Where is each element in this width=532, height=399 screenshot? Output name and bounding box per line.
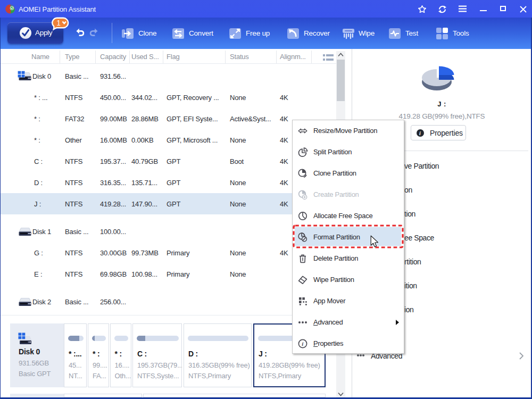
svg-text:1: 1 [56,19,61,27]
svg-text:i: i [302,340,304,347]
svg-text:i: i [419,130,421,136]
